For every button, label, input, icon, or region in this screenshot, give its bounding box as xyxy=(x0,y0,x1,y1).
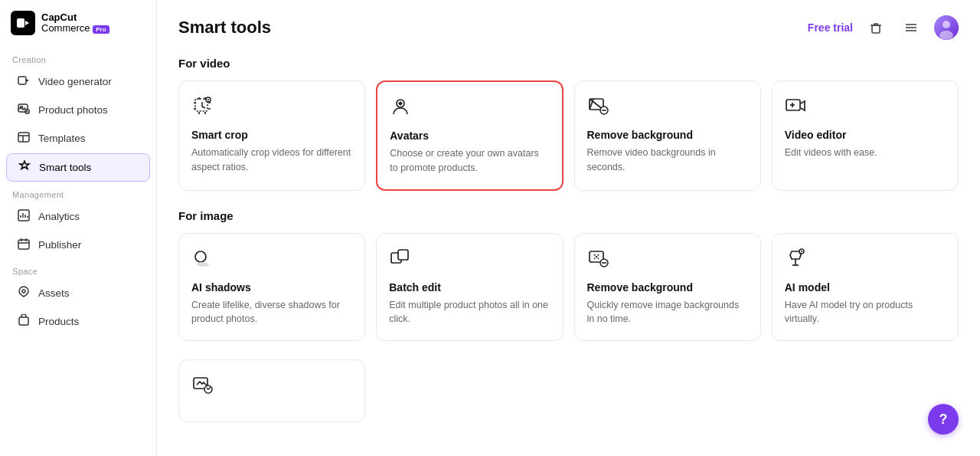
sidebar-label-publisher: Publisher xyxy=(38,239,81,251)
for-video-section-title: For video xyxy=(178,57,959,70)
extra-card-icon xyxy=(191,374,352,400)
card-avatars-title: Avatars xyxy=(390,130,549,142)
svg-rect-43 xyxy=(398,250,408,260)
sidebar-item-analytics[interactable]: Analytics xyxy=(6,203,150,230)
app-logo-icon xyxy=(11,11,35,35)
svg-point-40 xyxy=(195,251,206,262)
sidebar-item-assets[interactable]: Assets xyxy=(6,280,150,307)
menu-icon[interactable] xyxy=(899,15,923,40)
sidebar-label-products: Products xyxy=(38,316,79,327)
logo-name: CapCut Commerce Pro xyxy=(41,12,109,34)
analytics-icon xyxy=(17,209,31,224)
card-ai-shadows-title: AI shadows xyxy=(191,281,352,294)
svg-point-28 xyxy=(939,31,953,40)
assets-icon xyxy=(17,286,31,300)
trash-icon[interactable] xyxy=(864,15,888,40)
ai-shadows-icon xyxy=(191,248,352,274)
card-ai-model-title: AI model xyxy=(785,281,946,294)
section-management: Management xyxy=(0,182,156,202)
sidebar-item-products[interactable]: Products xyxy=(6,308,150,335)
svg-rect-20 xyxy=(19,317,28,325)
logo-text-area: CapCut Commerce Pro xyxy=(41,12,109,34)
for-image-cards-grid: AI shadows Create lifelike, diverse shad… xyxy=(178,233,959,342)
user-avatar[interactable] xyxy=(934,15,959,40)
card-video-editor-title: Video editor xyxy=(785,129,946,141)
for-video-cards-grid: Smart crop Automatically crop videos for… xyxy=(178,80,959,191)
card-avatars-desc: Choose or create your own avatars to pro… xyxy=(390,146,549,176)
card-video-editor-desc: Edit videos with ease. xyxy=(785,146,946,160)
sidebar-item-product-photos[interactable]: Product photos xyxy=(6,97,150,123)
svg-point-19 xyxy=(22,290,25,293)
product-photos-icon xyxy=(17,103,31,117)
card-remove-background-video[interactable]: Remove background Remove video backgroun… xyxy=(574,80,761,191)
card-batch-edit-desc: Edit multiple product photos all in one … xyxy=(389,298,550,327)
avatars-icon xyxy=(390,96,549,122)
card-avatars[interactable]: Avatars Choose or create your own avatar… xyxy=(376,80,563,191)
svg-point-41 xyxy=(197,262,209,267)
svg-marker-3 xyxy=(26,79,29,82)
svg-marker-1 xyxy=(25,21,29,25)
card-ai-model[interactable]: AI model Have AI model try on products v… xyxy=(772,233,959,342)
sidebar-label-templates: Templates xyxy=(38,133,86,144)
svg-rect-10 xyxy=(18,210,29,221)
remove-background-image-icon xyxy=(587,248,748,274)
main-content: Smart tools Free trial xyxy=(157,0,980,456)
publisher-icon xyxy=(17,238,31,252)
sidebar-item-templates[interactable]: Templates xyxy=(6,125,150,152)
sidebar-item-smart-tools[interactable]: Smart tools xyxy=(6,153,150,182)
card-remove-bg-image-title: Remove background xyxy=(587,281,748,294)
for-image-extra-cards-grid xyxy=(178,359,959,422)
products-icon xyxy=(17,314,31,329)
help-button[interactable]: ? xyxy=(928,404,959,435)
smart-tools-icon xyxy=(18,160,31,175)
card-extra-1[interactable] xyxy=(178,359,365,422)
logo-area: CapCut Commerce Pro xyxy=(0,11,156,48)
card-batch-edit[interactable]: Batch edit Edit multiple product photos … xyxy=(376,233,563,342)
card-remove-bg-video-desc: Remove video backgrounds in seconds. xyxy=(587,146,748,175)
sidebar-label-analytics: Analytics xyxy=(38,211,80,222)
card-remove-bg-video-title: Remove background xyxy=(587,129,748,141)
section-space: Space xyxy=(0,259,156,279)
card-video-editor[interactable]: Video editor Edit videos with ease. xyxy=(772,80,959,191)
card-remove-bg-image-desc: Quickly remove image backgrounds in no t… xyxy=(587,298,748,327)
sidebar-item-video-generator[interactable]: Video generator xyxy=(6,68,150,95)
card-ai-model-desc: Have AI model try on products virtually. xyxy=(785,298,946,327)
top-right-area: Free trial xyxy=(808,15,959,40)
svg-rect-15 xyxy=(18,240,29,249)
remove-background-video-icon xyxy=(587,95,748,121)
sidebar: CapCut Commerce Pro Creation Video gener… xyxy=(0,0,157,456)
for-image-section-title: For image xyxy=(178,209,959,222)
svg-point-27 xyxy=(942,21,950,28)
free-trial-button[interactable]: Free trial xyxy=(808,21,853,34)
card-batch-edit-title: Batch edit xyxy=(389,281,550,294)
top-bar: Smart tools Free trial xyxy=(178,15,959,40)
ai-model-icon xyxy=(785,248,946,274)
card-smart-crop[interactable]: Smart crop Automatically crop videos for… xyxy=(178,80,365,191)
sidebar-item-publisher[interactable]: Publisher xyxy=(6,231,150,258)
video-generator-icon xyxy=(17,74,31,89)
smart-crop-icon xyxy=(191,95,352,121)
svg-rect-2 xyxy=(18,77,26,84)
card-remove-background-image[interactable]: Remove background Quickly remove image b… xyxy=(574,233,761,342)
sidebar-label-assets: Assets xyxy=(38,287,70,299)
video-editor-icon xyxy=(785,95,946,121)
card-smart-crop-title: Smart crop xyxy=(191,129,352,141)
sidebar-label-video-generator: Video generator xyxy=(38,76,112,87)
section-creation: Creation xyxy=(0,48,156,67)
templates-icon xyxy=(17,131,31,146)
svg-rect-21 xyxy=(872,25,880,33)
card-ai-shadows-desc: Create lifelike, diverse shadows for pro… xyxy=(191,298,352,327)
batch-edit-icon xyxy=(389,248,550,274)
svg-rect-7 xyxy=(18,133,29,142)
card-ai-shadows[interactable]: AI shadows Create lifelike, diverse shad… xyxy=(178,233,365,342)
sidebar-label-product-photos: Product photos xyxy=(38,104,108,116)
svg-rect-0 xyxy=(17,18,24,28)
sidebar-label-smart-tools: Smart tools xyxy=(39,162,91,173)
card-smart-crop-desc: Automatically crop videos for different … xyxy=(191,146,352,175)
page-title: Smart tools xyxy=(178,18,271,38)
